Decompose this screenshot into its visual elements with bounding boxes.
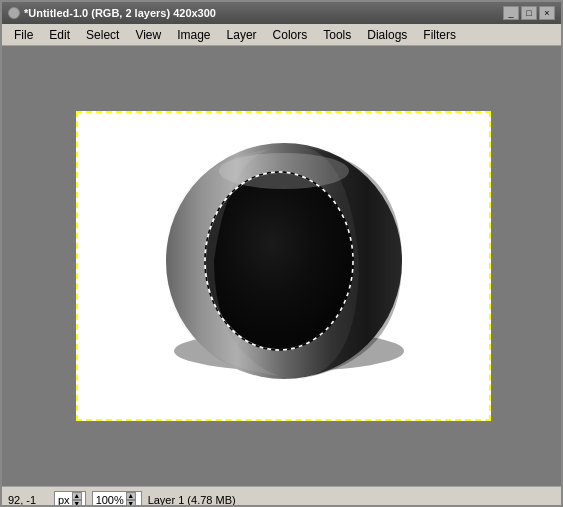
zoom-selector[interactable]: 100% ▲ ▼ [92, 491, 142, 508]
unit-selector[interactable]: px ▲ ▼ [54, 491, 86, 508]
zoom-up-button[interactable]: ▲ [126, 492, 136, 500]
layer-info: Layer 1 (4.78 MB) [148, 494, 236, 506]
menu-edit[interactable]: Edit [41, 25, 78, 45]
menu-tools[interactable]: Tools [315, 25, 359, 45]
menu-image[interactable]: Image [169, 25, 218, 45]
window-controls[interactable]: _ □ × [503, 6, 555, 20]
close-button[interactable]: × [539, 6, 555, 20]
zoom-label: 100% [96, 494, 124, 506]
menu-view[interactable]: View [127, 25, 169, 45]
zoom-down-button[interactable]: ▼ [126, 500, 136, 508]
maximize-button[interactable]: □ [521, 6, 537, 20]
unit-down-button[interactable]: ▼ [72, 500, 82, 508]
window-title: *Untitled-1.0 (RGB, 2 layers) 420x300 [24, 7, 216, 19]
statusbar: 92, -1 px ▲ ▼ 100% ▲ ▼ Layer 1 (4.78 MB) [2, 486, 561, 507]
titlebar-left: *Untitled-1.0 (RGB, 2 layers) 420x300 [8, 7, 216, 19]
window-icon [8, 7, 20, 19]
image-canvas[interactable] [76, 111, 491, 421]
menu-colors[interactable]: Colors [265, 25, 316, 45]
menu-dialogs[interactable]: Dialogs [359, 25, 415, 45]
ring-svg [149, 131, 419, 401]
unit-up-button[interactable]: ▲ [72, 492, 82, 500]
menu-layer[interactable]: Layer [219, 25, 265, 45]
unit-label: px [58, 494, 70, 506]
minimize-button[interactable]: _ [503, 6, 519, 20]
menubar: File Edit Select View Image Layer Colors… [2, 24, 561, 46]
menu-file[interactable]: File [6, 25, 41, 45]
canvas-area [2, 46, 563, 486]
menu-select[interactable]: Select [78, 25, 127, 45]
ring-top-highlight [219, 153, 349, 189]
cursor-coords: 92, -1 [8, 494, 48, 506]
unit-spinner[interactable]: ▲ ▼ [72, 492, 82, 508]
ring-object [149, 131, 419, 401]
zoom-spinner[interactable]: ▲ ▼ [126, 492, 136, 508]
menu-filters[interactable]: Filters [415, 25, 464, 45]
titlebar: *Untitled-1.0 (RGB, 2 layers) 420x300 _ … [2, 2, 561, 24]
